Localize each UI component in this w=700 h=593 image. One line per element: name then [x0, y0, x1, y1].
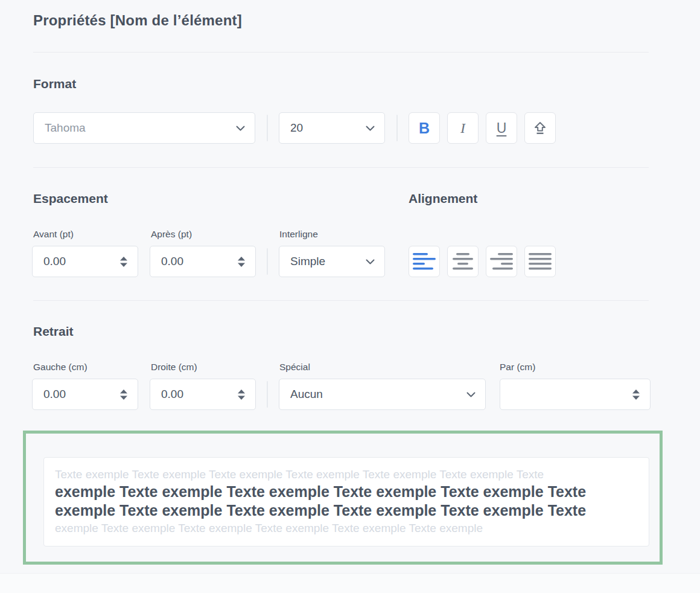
apres-value: 0.00 — [161, 255, 232, 268]
underline-label: U — [497, 120, 507, 136]
gauche-value: 0.00 — [43, 388, 115, 401]
font-size-select[interactable]: 20 — [279, 112, 385, 144]
section-heading-espacement: Espacement — [33, 191, 108, 206]
chevron-down-icon — [466, 392, 476, 397]
special-value: Aucun — [290, 388, 462, 401]
special-label: Spécial — [279, 362, 310, 373]
align-left-icon — [413, 253, 436, 270]
uppercase-shift-icon — [532, 120, 548, 136]
interligne-select[interactable]: Simple — [279, 246, 385, 277]
preview-highlight-frame: Texte exemple Texte exemple Texte exempl… — [23, 431, 663, 565]
divider — [33, 52, 649, 53]
italic-label: I — [460, 120, 465, 136]
align-left-button[interactable] — [409, 246, 440, 277]
up-down-stepper-icon — [237, 257, 246, 267]
align-center-icon — [451, 253, 474, 270]
preview-line: exemple Texte exemple Texte exemple Text… — [55, 482, 638, 501]
divider — [396, 115, 398, 141]
align-right-icon — [490, 253, 513, 270]
apres-stepper[interactable]: 0.00 — [150, 246, 256, 277]
align-justify-icon — [529, 253, 552, 270]
droite-label: Droite (cm) — [151, 362, 197, 373]
section-heading-retrait: Retrait — [33, 324, 74, 339]
section-heading-format: Format — [33, 77, 76, 91]
interligne-value: Simple — [290, 255, 361, 268]
chevron-down-icon — [236, 126, 245, 131]
avant-label: Avant (pt) — [33, 229, 74, 240]
bold-button[interactable]: B — [409, 112, 440, 144]
page-title: Propriétés [Nom de l’élément] — [33, 12, 242, 29]
interligne-label: Interligne — [279, 229, 318, 240]
uppercase-button[interactable] — [524, 112, 556, 144]
up-down-stepper-icon — [237, 389, 246, 400]
up-down-stepper-icon — [119, 389, 128, 400]
divider — [33, 300, 649, 301]
bold-label: B — [419, 120, 430, 137]
chevron-down-icon — [366, 126, 375, 131]
align-center-button[interactable] — [447, 246, 479, 277]
gauche-label: Gauche (cm) — [33, 362, 88, 373]
avant-stepper[interactable]: 0.00 — [32, 246, 138, 277]
droite-value: 0.00 — [161, 388, 232, 401]
apres-label: Après (pt) — [151, 229, 192, 240]
preview-line: exemple Texte exemple Texte exemple Text… — [55, 520, 638, 536]
divider — [267, 115, 268, 141]
divider — [267, 248, 268, 275]
par-stepper[interactable] — [500, 379, 651, 410]
divider — [267, 381, 268, 408]
up-down-stepper-icon — [119, 257, 128, 267]
font-size-value: 20 — [290, 121, 361, 135]
italic-button[interactable]: I — [447, 112, 479, 144]
divider — [33, 167, 649, 168]
text-preview-box: Texte exemple Texte exemple Texte exempl… — [43, 457, 649, 547]
page-bottom-strip — [0, 573, 700, 593]
chevron-down-icon — [366, 259, 375, 264]
font-family-select[interactable]: Tahoma — [33, 112, 255, 144]
gauche-stepper[interactable]: 0.00 — [32, 379, 138, 410]
section-heading-alignement: Alignement — [409, 191, 477, 206]
special-select[interactable]: Aucun — [279, 379, 486, 410]
align-right-button[interactable] — [486, 246, 517, 277]
preview-line: Texte exemple Texte exemple Texte exempl… — [55, 466, 638, 482]
preview-line: exemple Texte exemple Texte exemple Text… — [55, 501, 638, 520]
underline-button[interactable]: U — [486, 112, 517, 144]
font-family-value: Tahoma — [45, 121, 231, 135]
align-justify-button[interactable] — [524, 246, 556, 277]
avant-value: 0.00 — [43, 255, 115, 268]
par-label: Par (cm) — [500, 362, 535, 373]
up-down-stepper-icon — [632, 389, 640, 400]
droite-stepper[interactable]: 0.00 — [150, 379, 256, 410]
